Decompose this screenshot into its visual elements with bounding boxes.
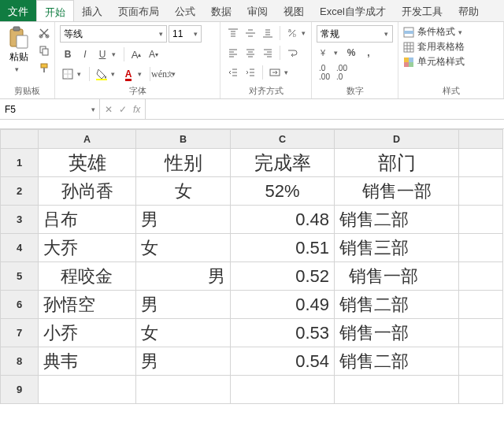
cell[interactable]: 性别 xyxy=(136,149,231,177)
cell[interactable]: 吕布 xyxy=(39,206,136,234)
wrap-text-button[interactable] xyxy=(284,45,300,61)
cell[interactable]: 女 xyxy=(136,234,231,262)
chevron-down-icon[interactable]: ▾ xyxy=(138,70,146,78)
cell-styles-button[interactable]: 单元格样式 xyxy=(403,55,466,69)
cell[interactable]: 大乔 xyxy=(39,234,136,262)
col-header-D[interactable]: D xyxy=(335,130,459,149)
cell[interactable] xyxy=(459,376,503,404)
cell[interactable]: 销售二部 xyxy=(335,347,459,376)
font-color-button[interactable]: A xyxy=(120,66,136,82)
cell[interactable]: 英雄 xyxy=(39,149,136,177)
tab-developer[interactable]: 开发工具 xyxy=(394,0,450,21)
chevron-down-icon[interactable]: ▾ xyxy=(155,30,166,38)
enter-formula-icon[interactable]: ✓ xyxy=(119,104,127,115)
cell[interactable] xyxy=(459,206,503,234)
chevron-down-icon[interactable]: ▾ xyxy=(112,50,120,58)
increase-indent-button[interactable] xyxy=(243,65,258,80)
cell[interactable] xyxy=(459,291,503,319)
tab-data[interactable]: 数据 xyxy=(203,0,239,21)
cell[interactable] xyxy=(136,376,231,404)
chevron-down-icon[interactable]: ▾ xyxy=(87,106,99,113)
chevron-down-icon[interactable]: ▾ xyxy=(190,30,201,38)
cell[interactable]: 典韦 xyxy=(39,347,136,376)
cell[interactable]: 程咬金 xyxy=(39,262,136,291)
row-header[interactable]: 4 xyxy=(1,234,39,262)
increase-font-button[interactable]: A▴ xyxy=(128,46,144,62)
chevron-down-icon[interactable]: ▾ xyxy=(111,70,119,78)
percent-button[interactable]: % xyxy=(343,45,359,61)
cell[interactable]: 52% xyxy=(231,177,335,206)
bold-button[interactable]: B xyxy=(60,46,76,62)
accounting-format-button[interactable]: ¥ xyxy=(317,45,332,61)
name-box[interactable]: ▾ xyxy=(0,99,100,119)
chevron-down-icon[interactable]: ▾ xyxy=(284,69,292,76)
cell[interactable]: 0.48 xyxy=(231,206,335,234)
cell[interactable]: 销售二部 xyxy=(335,291,459,319)
fill-color-button[interactable] xyxy=(94,66,109,82)
format-as-table-button[interactable]: 套用表格格 xyxy=(403,40,466,54)
chevron-down-icon[interactable]: ▾ xyxy=(302,29,309,37)
align-left-button[interactable] xyxy=(225,45,241,61)
align-right-button[interactable] xyxy=(260,45,276,61)
cell[interactable] xyxy=(459,234,503,262)
cell[interactable] xyxy=(335,376,459,404)
spreadsheet-grid[interactable]: A B C D 1 英雄 性别 完成率 部门 2孙尚香女52%销售一部3吕布男0… xyxy=(0,129,504,404)
cell[interactable]: 销售一部 xyxy=(335,177,459,206)
cell[interactable]: 销售一部 xyxy=(335,319,459,347)
align-top-button[interactable] xyxy=(225,25,241,41)
row-header[interactable]: 1 xyxy=(1,149,39,177)
tab-help[interactable]: 帮助 xyxy=(450,0,487,21)
cell[interactable]: 男 xyxy=(136,206,231,234)
cell[interactable]: 销售二部 xyxy=(335,206,459,234)
select-all-corner[interactable] xyxy=(1,130,39,149)
formula-input[interactable] xyxy=(146,99,504,119)
font-name-combo[interactable]: ▾ xyxy=(60,25,167,43)
cut-button[interactable] xyxy=(36,25,52,41)
increase-decimal-button[interactable]: .0.00 xyxy=(317,65,332,80)
phonetic-button[interactable]: wén文 xyxy=(154,66,170,82)
cell[interactable]: 销售一部 xyxy=(335,262,459,291)
conditional-format-button[interactable]: 条件格式▾ xyxy=(403,25,466,39)
col-header-E[interactable] xyxy=(459,130,503,149)
cell[interactable] xyxy=(459,149,503,177)
cell[interactable]: 0.53 xyxy=(231,319,335,347)
cell[interactable]: 女 xyxy=(136,319,231,347)
row-header[interactable]: 5 xyxy=(1,262,39,291)
row-header[interactable]: 7 xyxy=(1,319,39,347)
tab-home[interactable]: 开始 xyxy=(36,0,74,21)
merge-button[interactable] xyxy=(267,65,283,80)
cell[interactable] xyxy=(459,347,503,376)
cell[interactable] xyxy=(459,177,503,206)
format-painter-button[interactable] xyxy=(36,60,52,76)
cell[interactable]: 男 xyxy=(136,291,231,319)
chevron-down-icon[interactable]: ▾ xyxy=(77,70,85,78)
cell[interactable] xyxy=(459,319,503,347)
align-bottom-button[interactable] xyxy=(260,25,276,41)
comma-button[interactable]: , xyxy=(361,45,376,61)
cell[interactable]: 孙尚香 xyxy=(39,177,136,206)
underline-button[interactable]: U xyxy=(94,46,110,62)
col-header-A[interactable]: A xyxy=(39,130,136,149)
tab-review[interactable]: 审阅 xyxy=(239,0,276,21)
row-header[interactable]: 9 xyxy=(1,376,39,404)
chevron-down-icon[interactable]: ▾ xyxy=(380,30,391,38)
row-header[interactable]: 2 xyxy=(1,177,39,206)
row-header[interactable]: 6 xyxy=(1,291,39,319)
cell[interactable]: 0.51 xyxy=(231,234,335,262)
cell[interactable]: 0.52 xyxy=(231,262,335,291)
tab-excel-self[interactable]: Excel自学成才 xyxy=(312,0,394,21)
tab-view[interactable]: 视图 xyxy=(276,0,312,21)
chevron-down-icon[interactable]: ▾ xyxy=(334,49,342,57)
italic-button[interactable]: I xyxy=(77,46,93,62)
cell[interactable]: 男 xyxy=(136,262,231,291)
cell[interactable]: 男 xyxy=(136,347,231,376)
row-header[interactable]: 3 xyxy=(1,206,39,234)
decrease-indent-button[interactable] xyxy=(225,65,241,80)
cancel-formula-icon[interactable]: ✕ xyxy=(105,104,113,115)
orientation-button[interactable]: ab xyxy=(284,25,300,41)
cell[interactable]: 0.49 xyxy=(231,291,335,319)
decrease-decimal-button[interactable]: .00.0 xyxy=(334,65,350,80)
cell[interactable] xyxy=(39,376,136,404)
copy-button[interactable] xyxy=(36,43,52,58)
cell[interactable]: 女 xyxy=(136,177,231,206)
